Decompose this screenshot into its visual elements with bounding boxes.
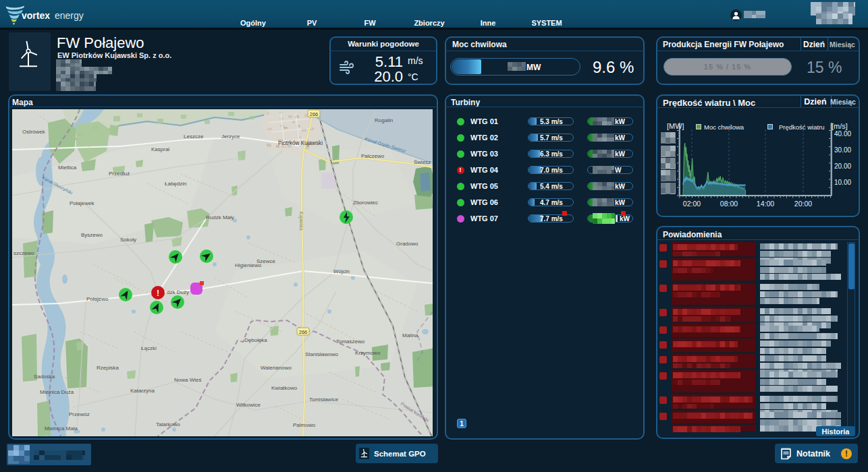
svg-text:10.00: 10.00 (834, 179, 851, 186)
svg-text:Sokoły: Sokoły (120, 237, 136, 243)
svg-text:Nowa Wieś: Nowa Wieś (174, 377, 201, 383)
svg-text:40.00: 40.00 (834, 130, 851, 138)
svg-text:Ostrówek: Ostrówek (22, 129, 46, 135)
svg-text:[m/s]: [m/s] (832, 122, 848, 130)
svg-text:08:00: 08:00 (720, 200, 738, 208)
svg-text:Talarkowo: Talarkowo (156, 421, 181, 427)
svg-text:Wójcin: Wójcin (333, 268, 350, 274)
svg-text:Kwiatkowo: Kwiatkowo (271, 385, 298, 391)
svg-text:Piotrków Kujawski: Piotrków Kujawski (278, 140, 323, 146)
svg-text:Katarzyna: Katarzyna (130, 388, 155, 394)
svg-text:Tomisławice: Tomisławice (309, 396, 339, 403)
svg-text:Kujawska: Kujawska (298, 212, 304, 231)
svg-text:Łabędzin: Łabędzin (165, 181, 186, 187)
svg-text:dzk Duży: dzk Duży (167, 289, 189, 295)
svg-text:Krzymowo: Krzymowo (355, 350, 381, 356)
svg-text:Świesz: Świesz (414, 159, 431, 165)
svg-text:266: 266 (299, 329, 308, 335)
svg-text:Łączki: Łączki (141, 345, 157, 351)
svg-text:Dębołęka: Dębołęka (244, 337, 267, 343)
svg-text:Witkowice: Witkowice (236, 402, 261, 408)
svg-text:Rogalin: Rogalin (375, 117, 393, 123)
svg-text:Rzepiska: Rzepiska (97, 365, 119, 371)
svg-text:Gradowo: Gradowo (396, 241, 418, 247)
svg-text:Mietlica: Mietlica (58, 165, 77, 171)
svg-text:Leszcze: Leszcze (184, 134, 204, 140)
svg-text:14:00: 14:00 (757, 200, 774, 208)
svg-text:Połajewo: Połajewo (86, 296, 109, 302)
svg-text:Sadoska: Sadoska (34, 374, 55, 380)
svg-text:Walerianowo: Walerianowo (261, 365, 292, 371)
svg-text:Przewóz: Przewóz (69, 411, 90, 417)
svg-text:Zborowiec: Zborowiec (353, 200, 378, 206)
svg-text:266: 266 (310, 111, 319, 117)
svg-text:Malina: Malina (402, 332, 418, 338)
svg-text:Byszewo: Byszewo (81, 232, 103, 238)
svg-text:!: ! (157, 289, 159, 298)
svg-text:30.00: 30.00 (834, 146, 851, 154)
svg-text:Palmowo: Palmowo (293, 422, 315, 428)
svg-text:02:00: 02:00 (683, 200, 701, 208)
svg-text:Stanisławowo: Stanisławowo (305, 351, 338, 357)
svg-text:[MW]: [MW] (667, 122, 684, 130)
svg-text:Jerzyce: Jerzyce (221, 134, 240, 140)
svg-text:20.00: 20.00 (834, 163, 851, 170)
svg-text:Tomaszewo: Tomaszewo (336, 338, 365, 345)
svg-text:Rudzk Mały: Rudzk Mały (206, 214, 234, 220)
svg-text:Mielnica Duża: Mielnica Duża (40, 389, 74, 395)
svg-text:szczewo: szczewo (13, 250, 34, 256)
svg-text:20:00: 20:00 (794, 200, 812, 208)
svg-text:Szewce: Szewce (256, 258, 276, 264)
svg-text:Połajewek: Połajewek (70, 200, 94, 206)
svg-text:Kaspral: Kaspral (151, 146, 169, 152)
svg-text:Palczewo: Palczewo (361, 153, 385, 159)
svg-text:Mielnica Mała: Mielnica Mała (45, 425, 78, 432)
svg-text:Przedłuż: Przedłuż (109, 171, 130, 177)
